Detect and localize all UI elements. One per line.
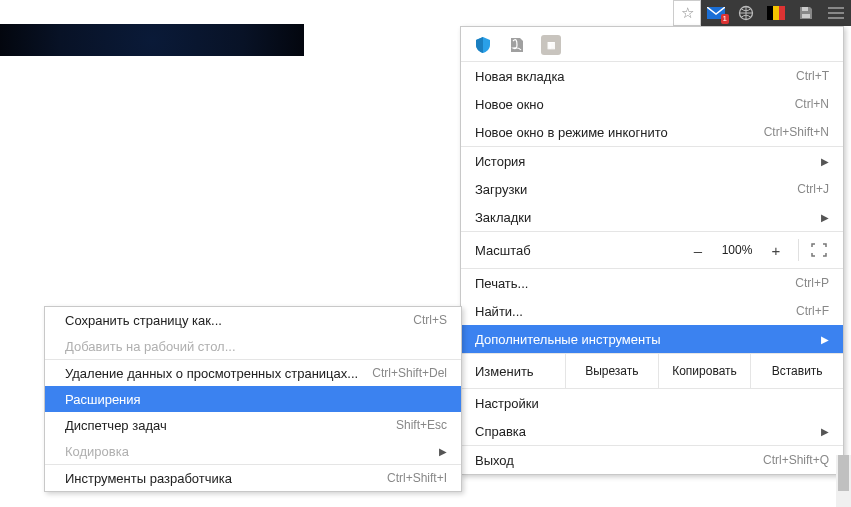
menu-label: История (475, 154, 815, 169)
zoom-out-button[interactable]: – (682, 237, 714, 263)
main-menu: ▦ Новая вкладка Ctrl+T Новое окно Ctrl+N… (460, 26, 844, 475)
submenu-label: Расширения (65, 392, 447, 407)
submenu-task-manager[interactable]: Диспетчер задач Shift+Esc (45, 412, 461, 438)
page-header-background (0, 24, 304, 56)
mail-badge: 1 (721, 14, 729, 24)
menu-incognito[interactable]: Новое окно в режиме инкогнито Ctrl+Shift… (461, 118, 843, 146)
menu-label: Новая вкладка (475, 69, 796, 84)
chevron-right-icon: ▶ (821, 334, 829, 345)
zoom-in-button[interactable]: + (760, 237, 792, 263)
chevron-right-icon: ▶ (821, 156, 829, 167)
menu-shortcut: Ctrl+Shift+Q (763, 453, 829, 467)
fullscreen-icon[interactable] (805, 239, 833, 261)
submenu-dev-tools[interactable]: Инструменты разработчика Ctrl+Shift+I (45, 465, 461, 491)
menu-downloads[interactable]: Загрузки Ctrl+J (461, 175, 843, 203)
menu-label: Справка (475, 424, 815, 439)
menu-edit-row: Изменить Вырезать Копировать Вставить (461, 354, 843, 388)
submenu-save-page[interactable]: Сохранить страницу как... Ctrl+S (45, 307, 461, 333)
submenu-label: Удаление данных о просмотренных страница… (65, 366, 372, 381)
menu-find[interactable]: Найти... Ctrl+F (461, 297, 843, 325)
menu-zoom: Масштаб – 100% + (461, 232, 843, 268)
menu-label: Дополнительные инструменты (475, 332, 815, 347)
submenu-shortcut: Ctrl+S (413, 313, 447, 327)
submenu-clear-data[interactable]: Удаление данных о просмотренных страница… (45, 360, 461, 386)
submenu-shortcut: Ctrl+Shift+Del (372, 366, 447, 380)
menu-print[interactable]: Печать... Ctrl+P (461, 269, 843, 297)
submenu-label: Сохранить страницу как... (65, 313, 413, 328)
menu-bookmarks[interactable]: Закладки ▶ (461, 203, 843, 231)
save-extension-icon[interactable] (791, 0, 821, 26)
more-tools-submenu: Сохранить страницу как... Ctrl+S Добавит… (44, 306, 462, 492)
menu-label: Выход (475, 453, 763, 468)
menu-shortcut: Ctrl+F (796, 304, 829, 318)
browser-toolbar: ☆ 1 (673, 0, 851, 26)
pdf-icon[interactable] (507, 35, 527, 55)
submenu-encoding[interactable]: Кодировка ▶ (45, 438, 461, 464)
submenu-label: Диспетчер задач (65, 418, 396, 433)
svg-rect-6 (828, 17, 844, 19)
menu-label: Найти... (475, 304, 796, 319)
svg-rect-5 (828, 12, 844, 14)
bookmark-star-icon[interactable]: ☆ (673, 0, 701, 26)
menu-more-tools[interactable]: Дополнительные инструменты ▶ (461, 325, 843, 353)
menu-label: Печать... (475, 276, 795, 291)
submenu-label: Инструменты разработчика (65, 471, 387, 486)
scrollbar[interactable] (836, 455, 851, 507)
menu-shortcut: Ctrl+Shift+N (764, 125, 829, 139)
divider (798, 239, 799, 261)
svg-rect-3 (802, 14, 810, 18)
menu-shortcut: Ctrl+J (797, 182, 829, 196)
shield-icon[interactable] (473, 35, 493, 55)
menu-label: Новое окно в режиме инкогнито (475, 125, 764, 140)
edit-copy-button[interactable]: Копировать (658, 354, 751, 388)
zoom-label: Масштаб (475, 243, 682, 258)
menu-new-tab[interactable]: Новая вкладка Ctrl+T (461, 62, 843, 90)
edit-label: Изменить (475, 364, 565, 379)
menu-help[interactable]: Справка ▶ (461, 417, 843, 445)
chevron-right-icon: ▶ (821, 212, 829, 223)
submenu-extensions[interactable]: Расширения (45, 386, 461, 412)
menu-exit[interactable]: Выход Ctrl+Shift+Q (461, 446, 843, 474)
menu-label: Загрузки (475, 182, 797, 197)
flag-extension-icon[interactable] (761, 0, 791, 26)
menu-settings[interactable]: Настройки (461, 389, 843, 417)
menu-shortcut: Ctrl+P (795, 276, 829, 290)
menu-label: Новое окно (475, 97, 795, 112)
submenu-shortcut: Ctrl+Shift+I (387, 471, 447, 485)
svg-rect-2 (802, 7, 808, 11)
menu-new-window[interactable]: Новое окно Ctrl+N (461, 90, 843, 118)
submenu-add-desktop: Добавить на рабочий стол... (45, 333, 461, 359)
zoom-value: 100% (714, 243, 760, 257)
svg-rect-4 (828, 7, 844, 9)
menu-history[interactable]: История ▶ (461, 147, 843, 175)
menu-hamburger-icon[interactable] (821, 0, 851, 26)
menu-label: Настройки (475, 396, 829, 411)
menu-extension-row: ▦ (461, 27, 843, 61)
edit-paste-button[interactable]: Вставить (750, 354, 843, 388)
menu-shortcut: Ctrl+T (796, 69, 829, 83)
edit-cut-button[interactable]: Вырезать (565, 354, 658, 388)
chevron-right-icon: ▶ (439, 446, 447, 457)
chevron-right-icon: ▶ (821, 426, 829, 437)
globe-extension-icon[interactable] (731, 0, 761, 26)
mail-extension-icon[interactable]: 1 (701, 0, 731, 26)
submenu-shortcut: Shift+Esc (396, 418, 447, 432)
submenu-label: Добавить на рабочий стол... (65, 339, 447, 354)
app-icon[interactable]: ▦ (541, 35, 561, 55)
menu-label: Закладки (475, 210, 815, 225)
menu-shortcut: Ctrl+N (795, 97, 829, 111)
scrollbar-thumb[interactable] (838, 455, 849, 491)
submenu-label: Кодировка (65, 444, 433, 459)
